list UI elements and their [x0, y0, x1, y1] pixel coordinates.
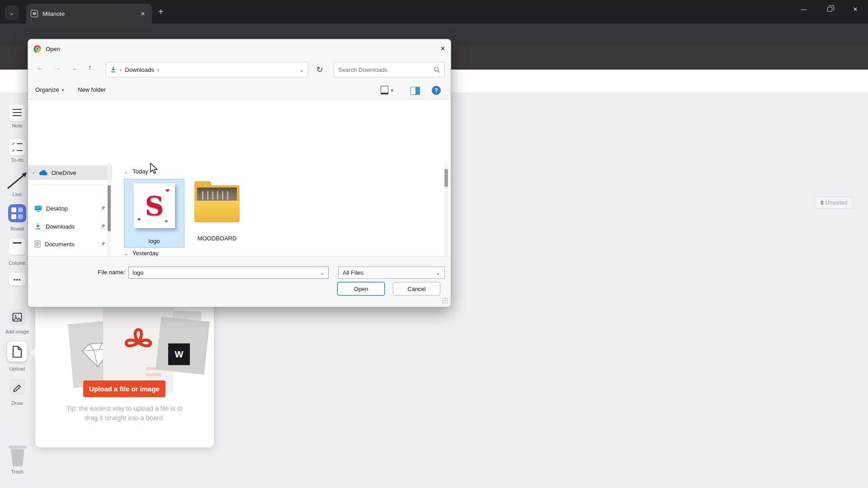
- unsorted-badge[interactable]: 0 Unsorted: [815, 197, 853, 209]
- nav-up-button[interactable]: ↑: [83, 61, 97, 75]
- heart-icon: ❤: [165, 188, 170, 194]
- window-minimize-button[interactable]: —: [793, 0, 814, 18]
- dialog-close-button[interactable]: ✕: [434, 39, 451, 57]
- dropdown-icon: ▾: [62, 88, 64, 92]
- folder-tile-moodboard[interactable]: [194, 185, 240, 222]
- browser-tabstrip: ⌄ M Milanote ✕ + — ✕: [0, 0, 868, 23]
- browser-tab-milanote[interactable]: M Milanote ✕: [26, 4, 152, 23]
- sidebar-scrollbar-thumb[interactable]: [108, 185, 111, 231]
- folder-name-label: MOODBOARD: [194, 235, 240, 242]
- dropdown-icon: ▾: [391, 88, 393, 93]
- tool-draw-label: Draw: [0, 400, 34, 406]
- tool-line-button[interactable]: [5, 170, 29, 191]
- tool-draw-button[interactable]: [9, 379, 25, 395]
- file-name-combobox[interactable]: ⌄: [128, 267, 329, 279]
- tool-todo-button[interactable]: ✓ ✓: [9, 139, 25, 155]
- new-tab-button[interactable]: +: [158, 7, 164, 16]
- sidebar-item-desktop[interactable]: Desktop: [34, 202, 106, 215]
- open-button[interactable]: Open: [337, 282, 385, 296]
- file-tile-logo[interactable]: S ❤ ❤ ❤ logo: [124, 179, 184, 248]
- file-name-field-label: File name:: [82, 269, 125, 276]
- search-box[interactable]: [334, 62, 445, 77]
- window-close-button[interactable]: ✕: [845, 0, 866, 18]
- new-folder-button[interactable]: New folder: [78, 86, 106, 93]
- heart-icon: ❤: [137, 217, 141, 222]
- address-dropdown-chevron[interactable]: ⌄: [299, 66, 304, 73]
- downloads-location-icon: [110, 66, 117, 73]
- tab-search-button[interactable]: ⌄: [5, 5, 19, 20]
- nav-recent-chevron[interactable]: ⌄: [68, 61, 81, 75]
- combobox-chevron-icon[interactable]: ⌄: [320, 270, 325, 276]
- resize-grip[interactable]: [442, 298, 448, 304]
- draw-pencil-icon: [12, 382, 22, 392]
- search-input[interactable]: [338, 66, 434, 73]
- tool-column-button[interactable]: [9, 239, 25, 255]
- list-scrollbar-thumb[interactable]: [444, 169, 448, 187]
- tool-add-image-button[interactable]: [9, 309, 25, 325]
- file-type-value: All Files: [343, 269, 363, 276]
- tab-title: Milanote: [42, 10, 138, 17]
- screen: ⌄ M Milanote ✕ + — ✕ ← → ↻ app.milanote.…: [0, 0, 868, 488]
- heart-icon: ❤: [165, 220, 168, 224]
- collapse-chevron-icon[interactable]: ⌄: [124, 250, 128, 257]
- group-header-today[interactable]: ⌄ Today: [124, 168, 148, 175]
- dialog-titlebar[interactable]: Open: [28, 39, 451, 58]
- pin-icon[interactable]: [100, 206, 106, 211]
- breadcrumb-bar[interactable]: › Downloads › ⌄: [106, 62, 308, 77]
- restore-icon: [827, 7, 832, 12]
- group-header-yesterday[interactable]: ⌄ Yesterday: [124, 250, 158, 257]
- sidebar-item-documents[interactable]: Documents: [34, 237, 106, 251]
- organize-button[interactable]: Organize ▾: [35, 86, 64, 93]
- sidebar-item-label: Downloads: [46, 223, 96, 230]
- pdf-acrobat-icon: [117, 318, 160, 361]
- tool-upload-label: Upload: [0, 366, 34, 371]
- group-label: Today: [132, 168, 148, 175]
- window-restore-button[interactable]: [819, 0, 840, 18]
- upload-file-icon: [12, 346, 22, 358]
- chevron-down-icon: ⌄: [9, 9, 14, 16]
- dialog-title: Open: [46, 46, 60, 52]
- document-icon: [34, 240, 41, 248]
- pin-icon[interactable]: [100, 224, 106, 229]
- sidebar-item-downloads[interactable]: Downloads: [34, 220, 106, 233]
- group-label: Yesterday: [132, 250, 158, 257]
- dropdown-chevron-icon: ⌄: [436, 270, 440, 276]
- more-icon: •••: [9, 273, 25, 286]
- logo-artwork-letter: S: [145, 191, 164, 221]
- word-doc-icon: W: [168, 343, 190, 365]
- file-name-label: logo: [124, 238, 184, 244]
- sidebar-item-label: Documents: [45, 241, 96, 248]
- breadcrumb-location[interactable]: Downloads: [125, 66, 154, 73]
- tool-add-image-label: Add image: [0, 329, 34, 334]
- file-type-dropdown[interactable]: All Files ⌄: [338, 267, 445, 279]
- upload-file-or-image-button[interactable]: Upload a file or image: [83, 380, 165, 397]
- breadcrumb-sep-icon: ›: [120, 66, 122, 73]
- upload-tip-line1: Tip: the easiest way to upload a file is…: [35, 405, 214, 412]
- file-name-input[interactable]: [129, 269, 320, 276]
- collapse-chevron-icon[interactable]: ⌄: [124, 169, 128, 175]
- trash-lid-icon: [9, 446, 27, 449]
- expand-chevron-icon[interactable]: ›: [33, 170, 34, 175]
- tool-note-button[interactable]: [9, 105, 25, 121]
- view-mode-button[interactable]: ▾: [381, 86, 393, 94]
- pin-icon[interactable]: [100, 241, 106, 247]
- nav-forward-button[interactable]: →: [51, 61, 64, 75]
- open-file-dialog: Open ✕ ← → ⌄ ↑ › Downloads › ⌄ ↻ Orga: [28, 39, 451, 307]
- tool-upload-button[interactable]: [7, 342, 27, 361]
- tool-more-button[interactable]: •••: [9, 273, 25, 286]
- help-button[interactable]: ?: [432, 86, 441, 95]
- download-icon: [34, 223, 42, 230]
- refresh-button[interactable]: ↻: [312, 62, 327, 77]
- logo-image-thumbnail: S ❤ ❤ ❤: [134, 183, 175, 228]
- preview-pane-button[interactable]: [410, 87, 420, 95]
- column-icon: [13, 242, 22, 244]
- tool-board-button[interactable]: [8, 204, 26, 222]
- sidebar-item-onedrive[interactable]: › OneDrive: [28, 165, 112, 180]
- tab-close-icon[interactable]: ✕: [138, 9, 147, 18]
- upload-tip-line2: drag it straight into a board.: [35, 414, 214, 422]
- note-icon: [9, 105, 25, 116]
- nav-back-button[interactable]: ←: [33, 61, 47, 75]
- cancel-button[interactable]: Cancel: [393, 282, 440, 296]
- upload-popup: W Upload a file or image Tip: the easies…: [35, 300, 214, 447]
- desktop-icon: [34, 205, 42, 212]
